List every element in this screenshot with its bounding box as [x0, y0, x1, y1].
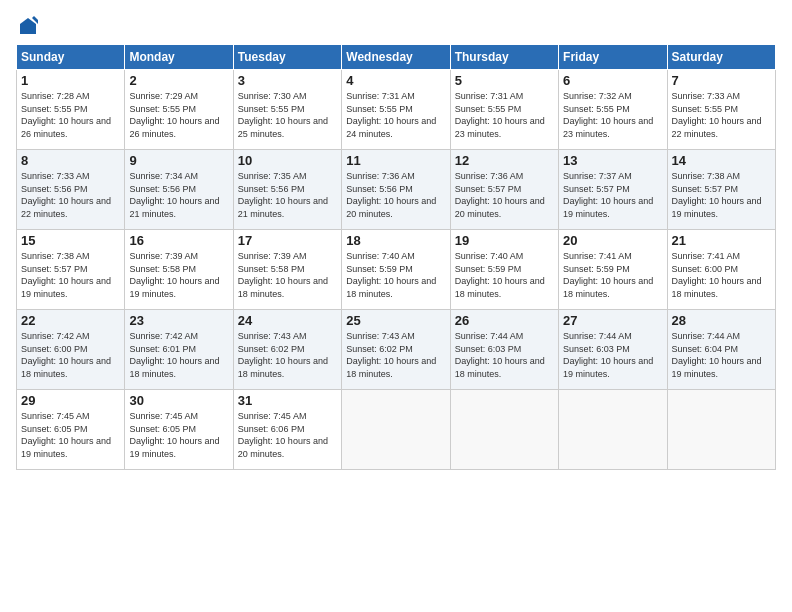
day-info: Sunrise: 7:39 AMSunset: 5:58 PMDaylight:… — [129, 250, 228, 300]
calendar-cell: 9Sunrise: 7:34 AMSunset: 5:56 PMDaylight… — [125, 150, 233, 230]
calendar-cell — [559, 390, 667, 470]
calendar-cell: 15Sunrise: 7:38 AMSunset: 5:57 PMDayligh… — [17, 230, 125, 310]
day-number: 10 — [238, 153, 337, 168]
day-number: 16 — [129, 233, 228, 248]
day-number: 26 — [455, 313, 554, 328]
day-number: 15 — [21, 233, 120, 248]
day-number: 5 — [455, 73, 554, 88]
calendar-cell: 24Sunrise: 7:43 AMSunset: 6:02 PMDayligh… — [233, 310, 341, 390]
calendar-cell: 3Sunrise: 7:30 AMSunset: 5:55 PMDaylight… — [233, 70, 341, 150]
day-info: Sunrise: 7:35 AMSunset: 5:56 PMDaylight:… — [238, 170, 337, 220]
calendar-table: SundayMondayTuesdayWednesdayThursdayFrid… — [16, 44, 776, 470]
day-info: Sunrise: 7:36 AMSunset: 5:57 PMDaylight:… — [455, 170, 554, 220]
calendar-cell: 10Sunrise: 7:35 AMSunset: 5:56 PMDayligh… — [233, 150, 341, 230]
day-of-week-friday: Friday — [559, 45, 667, 70]
day-info: Sunrise: 7:43 AMSunset: 6:02 PMDaylight:… — [238, 330, 337, 380]
day-of-week-saturday: Saturday — [667, 45, 775, 70]
day-number: 29 — [21, 393, 120, 408]
day-info: Sunrise: 7:32 AMSunset: 5:55 PMDaylight:… — [563, 90, 662, 140]
day-info: Sunrise: 7:39 AMSunset: 5:58 PMDaylight:… — [238, 250, 337, 300]
calendar-cell: 2Sunrise: 7:29 AMSunset: 5:55 PMDaylight… — [125, 70, 233, 150]
day-number: 27 — [563, 313, 662, 328]
day-info: Sunrise: 7:45 AMSunset: 6:05 PMDaylight:… — [129, 410, 228, 460]
calendar-cell: 14Sunrise: 7:38 AMSunset: 5:57 PMDayligh… — [667, 150, 775, 230]
day-info: Sunrise: 7:41 AMSunset: 5:59 PMDaylight:… — [563, 250, 662, 300]
header — [16, 16, 776, 36]
day-info: Sunrise: 7:28 AMSunset: 5:55 PMDaylight:… — [21, 90, 120, 140]
day-info: Sunrise: 7:38 AMSunset: 5:57 PMDaylight:… — [672, 170, 771, 220]
calendar-cell — [667, 390, 775, 470]
day-number: 28 — [672, 313, 771, 328]
calendar-cell: 18Sunrise: 7:40 AMSunset: 5:59 PMDayligh… — [342, 230, 450, 310]
calendar-week-row: 8Sunrise: 7:33 AMSunset: 5:56 PMDaylight… — [17, 150, 776, 230]
calendar-cell: 22Sunrise: 7:42 AMSunset: 6:00 PMDayligh… — [17, 310, 125, 390]
calendar-cell: 17Sunrise: 7:39 AMSunset: 5:58 PMDayligh… — [233, 230, 341, 310]
day-number: 21 — [672, 233, 771, 248]
day-number: 18 — [346, 233, 445, 248]
day-number: 14 — [672, 153, 771, 168]
calendar-cell: 21Sunrise: 7:41 AMSunset: 6:00 PMDayligh… — [667, 230, 775, 310]
day-info: Sunrise: 7:36 AMSunset: 5:56 PMDaylight:… — [346, 170, 445, 220]
calendar-cell: 8Sunrise: 7:33 AMSunset: 5:56 PMDaylight… — [17, 150, 125, 230]
calendar-cell: 26Sunrise: 7:44 AMSunset: 6:03 PMDayligh… — [450, 310, 558, 390]
day-info: Sunrise: 7:45 AMSunset: 6:06 PMDaylight:… — [238, 410, 337, 460]
day-info: Sunrise: 7:40 AMSunset: 5:59 PMDaylight:… — [346, 250, 445, 300]
logo-icon — [18, 16, 38, 36]
day-of-week-thursday: Thursday — [450, 45, 558, 70]
day-info: Sunrise: 7:44 AMSunset: 6:03 PMDaylight:… — [455, 330, 554, 380]
calendar-cell: 12Sunrise: 7:36 AMSunset: 5:57 PMDayligh… — [450, 150, 558, 230]
calendar-week-row: 15Sunrise: 7:38 AMSunset: 5:57 PMDayligh… — [17, 230, 776, 310]
calendar-header-row: SundayMondayTuesdayWednesdayThursdayFrid… — [17, 45, 776, 70]
calendar-cell: 1Sunrise: 7:28 AMSunset: 5:55 PMDaylight… — [17, 70, 125, 150]
calendar-cell — [450, 390, 558, 470]
calendar-cell: 7Sunrise: 7:33 AMSunset: 5:55 PMDaylight… — [667, 70, 775, 150]
day-info: Sunrise: 7:44 AMSunset: 6:03 PMDaylight:… — [563, 330, 662, 380]
calendar-cell: 4Sunrise: 7:31 AMSunset: 5:55 PMDaylight… — [342, 70, 450, 150]
calendar-week-row: 1Sunrise: 7:28 AMSunset: 5:55 PMDaylight… — [17, 70, 776, 150]
day-number: 11 — [346, 153, 445, 168]
day-number: 12 — [455, 153, 554, 168]
day-info: Sunrise: 7:44 AMSunset: 6:04 PMDaylight:… — [672, 330, 771, 380]
day-info: Sunrise: 7:37 AMSunset: 5:57 PMDaylight:… — [563, 170, 662, 220]
day-info: Sunrise: 7:42 AMSunset: 6:00 PMDaylight:… — [21, 330, 120, 380]
logo — [16, 16, 38, 36]
day-info: Sunrise: 7:34 AMSunset: 5:56 PMDaylight:… — [129, 170, 228, 220]
calendar-cell: 28Sunrise: 7:44 AMSunset: 6:04 PMDayligh… — [667, 310, 775, 390]
day-number: 13 — [563, 153, 662, 168]
day-number: 17 — [238, 233, 337, 248]
day-of-week-sunday: Sunday — [17, 45, 125, 70]
day-number: 3 — [238, 73, 337, 88]
calendar-cell: 31Sunrise: 7:45 AMSunset: 6:06 PMDayligh… — [233, 390, 341, 470]
day-number: 4 — [346, 73, 445, 88]
calendar-week-row: 22Sunrise: 7:42 AMSunset: 6:00 PMDayligh… — [17, 310, 776, 390]
day-number: 23 — [129, 313, 228, 328]
calendar-cell: 6Sunrise: 7:32 AMSunset: 5:55 PMDaylight… — [559, 70, 667, 150]
day-info: Sunrise: 7:42 AMSunset: 6:01 PMDaylight:… — [129, 330, 228, 380]
calendar-container: SundayMondayTuesdayWednesdayThursdayFrid… — [0, 0, 792, 612]
day-number: 31 — [238, 393, 337, 408]
day-number: 9 — [129, 153, 228, 168]
day-info: Sunrise: 7:40 AMSunset: 5:59 PMDaylight:… — [455, 250, 554, 300]
calendar-cell: 11Sunrise: 7:36 AMSunset: 5:56 PMDayligh… — [342, 150, 450, 230]
calendar-cell: 20Sunrise: 7:41 AMSunset: 5:59 PMDayligh… — [559, 230, 667, 310]
day-number: 24 — [238, 313, 337, 328]
day-info: Sunrise: 7:31 AMSunset: 5:55 PMDaylight:… — [455, 90, 554, 140]
day-info: Sunrise: 7:29 AMSunset: 5:55 PMDaylight:… — [129, 90, 228, 140]
day-info: Sunrise: 7:43 AMSunset: 6:02 PMDaylight:… — [346, 330, 445, 380]
day-info: Sunrise: 7:30 AMSunset: 5:55 PMDaylight:… — [238, 90, 337, 140]
day-number: 19 — [455, 233, 554, 248]
day-info: Sunrise: 7:33 AMSunset: 5:56 PMDaylight:… — [21, 170, 120, 220]
day-number: 30 — [129, 393, 228, 408]
day-number: 20 — [563, 233, 662, 248]
day-info: Sunrise: 7:41 AMSunset: 6:00 PMDaylight:… — [672, 250, 771, 300]
day-of-week-wednesday: Wednesday — [342, 45, 450, 70]
calendar-cell: 25Sunrise: 7:43 AMSunset: 6:02 PMDayligh… — [342, 310, 450, 390]
day-info: Sunrise: 7:33 AMSunset: 5:55 PMDaylight:… — [672, 90, 771, 140]
day-number: 8 — [21, 153, 120, 168]
calendar-cell: 30Sunrise: 7:45 AMSunset: 6:05 PMDayligh… — [125, 390, 233, 470]
day-number: 22 — [21, 313, 120, 328]
day-number: 25 — [346, 313, 445, 328]
calendar-cell: 29Sunrise: 7:45 AMSunset: 6:05 PMDayligh… — [17, 390, 125, 470]
day-number: 1 — [21, 73, 120, 88]
calendar-cell — [342, 390, 450, 470]
